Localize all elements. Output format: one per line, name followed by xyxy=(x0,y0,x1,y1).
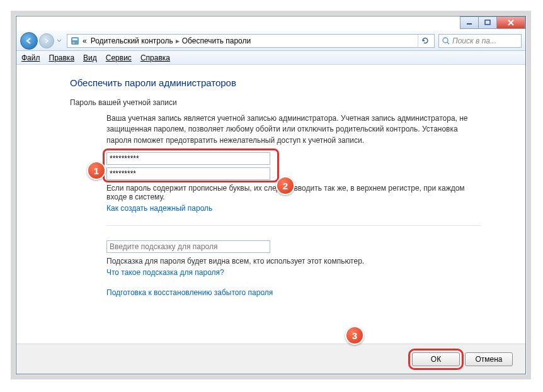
svg-rect-0 xyxy=(467,23,472,25)
ok-button[interactable]: ОК xyxy=(412,352,460,366)
maximize-icon xyxy=(484,20,491,26)
ok-button-wrap: ОК xyxy=(412,352,460,366)
svg-rect-3 xyxy=(72,38,77,40)
confirm-password-input[interactable] xyxy=(106,167,270,180)
menubar: Файл Правка Вид Сервис Справка xyxy=(16,51,525,65)
svg-point-5 xyxy=(76,42,77,43)
chevron-right-icon: ▸ xyxy=(176,36,180,45)
link-password-recovery[interactable]: Подготовка к восстановлению забытого пар… xyxy=(106,288,273,297)
breadcrumb-item-parental[interactable]: Родительский контроль xyxy=(91,36,173,45)
nav-forward-button[interactable] xyxy=(39,33,54,48)
maximize-button[interactable] xyxy=(478,16,497,29)
navbar: « Родительский контроль ▸ Обеспечить пар… xyxy=(16,31,525,51)
menu-file[interactable]: Файл xyxy=(21,53,40,62)
footer: ОК Отмена xyxy=(16,344,525,374)
menu-tools[interactable]: Сервис xyxy=(106,53,132,62)
tutorial-frame: « Родительский контроль ▸ Обеспечить пар… xyxy=(11,11,531,379)
window: « Родительский контроль ▸ Обеспечить пар… xyxy=(16,16,526,374)
password-input[interactable] xyxy=(106,152,270,165)
svg-rect-1 xyxy=(485,20,490,25)
svg-point-4 xyxy=(73,42,75,43)
body-text: Ваша учетная запись является учетной зап… xyxy=(106,113,481,146)
address-bar[interactable]: « Родительский контроль ▸ Обеспечить пар… xyxy=(67,34,435,48)
arrow-right-icon xyxy=(43,38,50,44)
section-label: Пароль вашей учетной записи xyxy=(70,98,481,107)
svg-point-6 xyxy=(443,38,448,43)
page-title: Обеспечить пароли администраторов xyxy=(70,77,481,88)
breadcrumb-item-passwords[interactable]: Обеспечить пароли xyxy=(182,36,251,45)
menu-help[interactable]: Справка xyxy=(140,53,170,62)
arrow-left-icon xyxy=(25,37,33,45)
link-strong-password[interactable]: Как создать надежный пароль xyxy=(106,204,212,213)
control-panel-icon xyxy=(70,36,80,46)
svg-line-7 xyxy=(447,42,449,44)
link-what-is-hint[interactable]: Что такое подсказка для пароля? xyxy=(106,268,224,277)
menu-edit[interactable]: Правка xyxy=(49,53,75,62)
tutorial-marker-2: 2 xyxy=(276,176,295,195)
refresh-button[interactable] xyxy=(418,35,432,47)
chevron-down-icon xyxy=(57,39,62,43)
tutorial-marker-1: 1 xyxy=(87,161,106,180)
search-placeholder: Поиск в па... xyxy=(452,36,496,45)
password-hint-input[interactable] xyxy=(106,240,270,253)
search-input[interactable]: Поиск в па... xyxy=(438,34,522,48)
menu-view[interactable]: Вид xyxy=(83,53,97,62)
cancel-button[interactable]: Отмена xyxy=(465,352,513,366)
nav-back-button[interactable] xyxy=(20,32,38,50)
tutorial-marker-3: 3 xyxy=(345,326,364,345)
minimize-button[interactable] xyxy=(460,16,479,29)
minimize-icon xyxy=(466,20,472,26)
nav-history-dropdown[interactable] xyxy=(55,33,63,48)
refresh-icon xyxy=(421,36,430,45)
search-icon xyxy=(442,36,450,45)
content-area: Обеспечить пароли администраторов Пароль… xyxy=(16,65,525,344)
password-fields-group xyxy=(106,152,278,180)
svg-rect-2 xyxy=(71,37,79,45)
hint-visibility-note: Подсказка для пароля будет видна всем, к… xyxy=(106,257,481,266)
close-icon xyxy=(507,20,515,26)
divider xyxy=(106,225,481,235)
titlebar-controls xyxy=(460,16,525,29)
close-button[interactable] xyxy=(496,16,525,29)
breadcrumb-prefix: « xyxy=(83,36,87,45)
